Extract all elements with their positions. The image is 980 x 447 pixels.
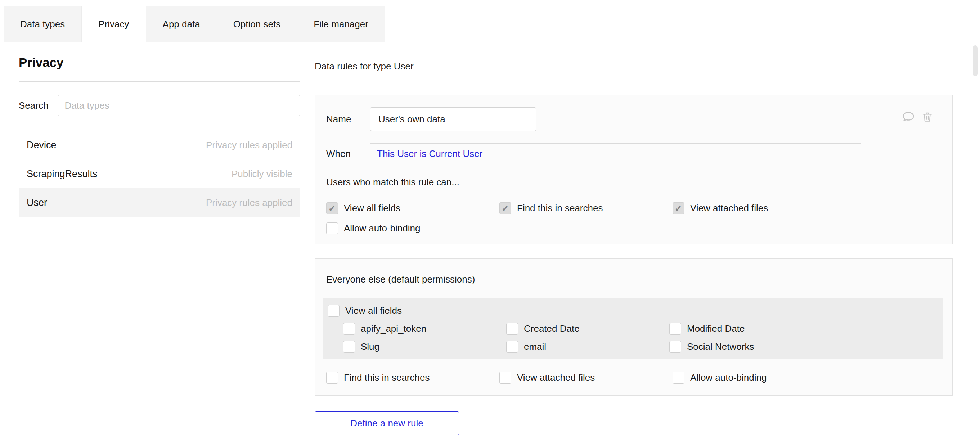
checkbox-label: email <box>524 341 546 352</box>
checkbox-label: View all fields <box>345 305 402 317</box>
default-view-all-fields-checkbox[interactable] <box>328 305 339 317</box>
checkbox-label: Find this in searches <box>344 372 430 383</box>
perm-find-in-searches: Find this in searches <box>500 202 673 214</box>
field-modified-date: Modified Date <box>669 323 938 335</box>
everyone-else-card: Everyone else (default permissions) View… <box>315 258 953 396</box>
find-in-searches-checkbox[interactable] <box>500 202 511 214</box>
default-permissions-grid: Find this in searches View attached file… <box>315 372 952 383</box>
field-email: email <box>506 341 669 353</box>
view-all-fields-checkbox[interactable] <box>326 202 338 214</box>
everyone-else-title: Everyone else (default permissions) <box>315 274 952 285</box>
field-checkbox-grid: apify_api_token Created Date Modified Da… <box>343 323 938 353</box>
checkbox-label: Modified Date <box>687 323 745 334</box>
list-item-scrapingresults[interactable]: ScrapingResults Publicly visible <box>19 159 300 188</box>
checkbox-label: Find this in searches <box>517 203 603 214</box>
scrollbar-thumb[interactable] <box>973 45 978 76</box>
search-input[interactable] <box>57 95 300 116</box>
checkbox-label: View all fields <box>344 203 400 214</box>
checkbox-label: Created Date <box>524 323 580 334</box>
privacy-sidebar: Privacy Search Device Privacy rules appl… <box>19 56 300 217</box>
data-type-status: Privacy rules applied <box>206 140 292 151</box>
default-view-attached-files-checkbox[interactable] <box>500 372 511 383</box>
search-row: Search <box>19 95 300 116</box>
tab-group: Data types Privacy App data Option sets … <box>3 6 385 42</box>
rule-permissions-grid: View all fields Find this in searches Vi… <box>326 202 941 234</box>
perm-default-allow-auto-binding: Allow auto-binding <box>673 372 941 383</box>
checkbox-label: Slug <box>361 341 379 352</box>
when-field-row: When This User is Current User <box>326 143 941 164</box>
modified-date-checkbox[interactable] <box>669 323 681 335</box>
field-social-networks: Social Networks <box>669 341 938 353</box>
data-rules-header: Data rules for type User <box>315 61 965 77</box>
slug-checkbox[interactable] <box>343 341 355 353</box>
search-label: Search <box>19 100 48 111</box>
data-type-list: Device Privacy rules applied ScrapingRes… <box>19 130 300 217</box>
data-rules-panel: Data rules for type User <box>315 56 965 436</box>
name-field-row: Name <box>326 107 941 131</box>
define-new-rule-button[interactable]: Define a new rule <box>315 411 459 436</box>
tab-privacy[interactable]: Privacy <box>81 6 146 43</box>
tab-option-sets[interactable]: Option sets <box>217 6 298 42</box>
checkbox-label: View attached files <box>690 203 768 214</box>
rule-card-actions <box>902 110 934 123</box>
trash-icon[interactable] <box>921 110 934 123</box>
email-checkbox[interactable] <box>506 341 518 353</box>
sidebar-divider <box>19 81 300 82</box>
checkbox-label: Allow auto-binding <box>344 223 420 234</box>
tab-bar: Data types Privacy App data Option sets … <box>0 0 980 43</box>
default-fields-area: View all fields apify_api_token Created … <box>323 298 943 359</box>
tab-file-manager[interactable]: File manager <box>297 6 385 42</box>
perm-default-view-all-fields: View all fields <box>328 305 938 317</box>
social-networks-checkbox[interactable] <box>669 341 681 353</box>
tab-app-data[interactable]: App data <box>146 6 217 42</box>
rule-card: Name When This User is Current User User… <box>315 95 953 244</box>
field-apify-api-token: apify_api_token <box>343 323 506 335</box>
checkbox-label: Social Networks <box>687 341 754 352</box>
view-attached-files-checkbox[interactable] <box>673 202 684 214</box>
when-label: When <box>326 148 370 159</box>
apify-api-token-checkbox[interactable] <box>343 323 355 335</box>
data-type-name: Device <box>27 140 57 151</box>
perm-default-find-in-searches: Find this in searches <box>326 372 500 383</box>
created-date-checkbox[interactable] <box>506 323 518 335</box>
data-type-name: ScrapingResults <box>27 169 97 180</box>
perm-default-view-attached-files: View attached files <box>500 372 673 383</box>
default-find-in-searches-checkbox[interactable] <box>326 372 338 383</box>
name-label: Name <box>326 114 370 125</box>
content-area: Privacy Search Device Privacy rules appl… <box>0 56 980 436</box>
checkbox-label: apify_api_token <box>361 323 426 334</box>
data-type-status: Publicly visible <box>232 169 292 180</box>
when-condition-box[interactable]: This User is Current User <box>370 143 861 164</box>
checkbox-label: Allow auto-binding <box>690 372 767 383</box>
field-created-date: Created Date <box>506 323 669 335</box>
comment-icon[interactable] <box>902 110 915 123</box>
perm-view-all-fields: View all fields <box>326 202 500 214</box>
match-rule-text: Users who match this rule can... <box>326 177 941 188</box>
default-allow-auto-binding-checkbox[interactable] <box>673 372 684 383</box>
checkbox-label: View attached files <box>517 372 595 383</box>
page-title: Privacy <box>19 56 300 70</box>
data-type-status: Privacy rules applied <box>206 197 292 208</box>
field-slug: Slug <box>343 341 506 353</box>
perm-allow-auto-binding: Allow auto-binding <box>326 223 500 234</box>
privacy-settings-page: Data types Privacy App data Option sets … <box>0 0 980 447</box>
tab-data-types[interactable]: Data types <box>3 6 81 42</box>
rule-name-input[interactable] <box>370 107 536 131</box>
allow-auto-binding-checkbox[interactable] <box>326 223 338 234</box>
list-item-device[interactable]: Device Privacy rules applied <box>19 130 300 159</box>
list-item-user[interactable]: User Privacy rules applied <box>19 188 300 217</box>
perm-view-attached-files: View attached files <box>673 202 941 214</box>
data-type-name: User <box>27 197 47 208</box>
